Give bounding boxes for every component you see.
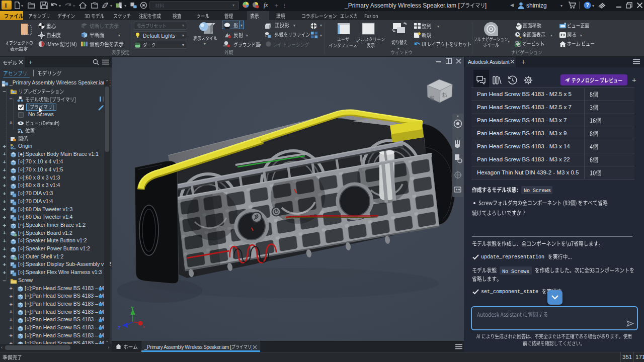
svg-text:Y: Y [131,306,134,311]
svg-text:x: x [143,324,145,329]
svg-text:Z: Z [118,325,121,330]
svg-text:?: ? [586,3,589,8]
